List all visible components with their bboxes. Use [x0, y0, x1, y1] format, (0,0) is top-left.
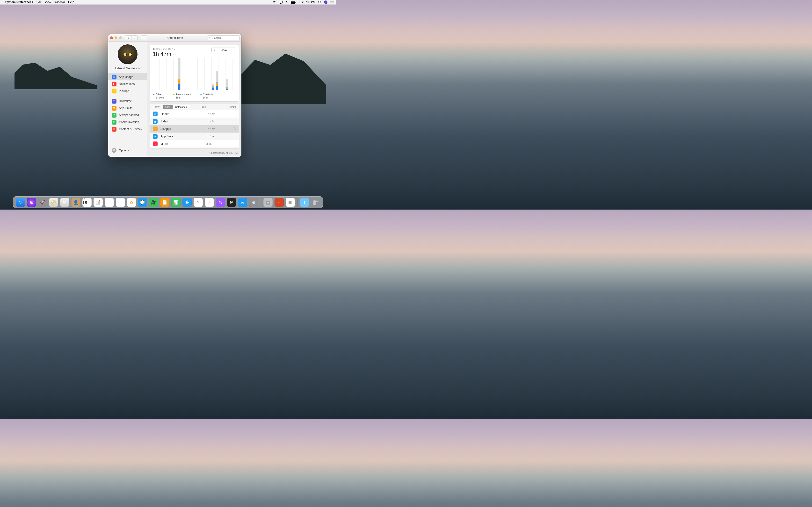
app-name-label: Finder: [160, 112, 203, 116]
content-area: Today, June 18 ⌃⌄ 1h 47m ◦ – ‹ Today ›: [147, 42, 242, 157]
dock-facetime[interactable]: 🎥: [149, 198, 158, 207]
total-usage-time: 1h 47m: [153, 51, 171, 57]
nav-forward-button[interactable]: ›: [131, 36, 138, 40]
sidebar-item-notifications[interactable]: ◧ Notifications: [108, 80, 147, 88]
dock-downloads[interactable]: ⬇: [300, 198, 309, 207]
dock-podcasts[interactable]: ◎: [216, 198, 225, 207]
user-avatar[interactable]: [118, 44, 138, 64]
legend-entertainment: Entertainment 59m: [173, 93, 191, 99]
dock-trash[interactable]: 🗑: [311, 198, 320, 207]
airplay-icon[interactable]: [279, 1, 283, 4]
sidebar-item-label: Pickups: [119, 89, 129, 93]
control-center-icon[interactable]: [331, 1, 334, 3]
col-header-limits: Limits: [224, 106, 236, 108]
date-picker[interactable]: Today, June 18: [153, 48, 170, 50]
show-all-prefs-button[interactable]: [141, 36, 147, 40]
sidebar-divider: [112, 96, 144, 96]
dock-calendar[interactable]: JUN18: [83, 198, 92, 207]
app-name-label: Music: [160, 142, 203, 146]
dock-keynote[interactable]: 📽: [183, 198, 192, 207]
app-row-finder[interactable]: ☺ Finder 1h 47m: [150, 110, 239, 118]
app-row-safari[interactable]: ◉ Safari 1h 47m: [150, 118, 239, 125]
dock-separator: [261, 198, 261, 207]
sidebar-item-options[interactable]: ⚙ Options: [108, 147, 147, 154]
chevron-updown-icon: ⌃⌄: [171, 48, 175, 50]
sidebar-item-app-usage[interactable]: ▤ App Usage: [108, 73, 147, 80]
menubar: System Preferences Edit View Window Help…: [0, 0, 336, 5]
search-input[interactable]: [212, 37, 238, 39]
dock-launchpad[interactable]: 🚀: [38, 198, 47, 207]
spotlight-icon[interactable]: [318, 1, 321, 4]
dock-reminders[interactable]: ☑: [105, 198, 114, 207]
eject-icon[interactable]: [286, 1, 288, 3]
sidebar-icon: ✆: [112, 120, 116, 125]
app-icon: ◉: [153, 119, 158, 124]
dock-automator[interactable]: 🤖: [263, 198, 272, 207]
dock: ☺◉🚀🧭✉👤JUN18📝☑🗺✿💬🎥📄📊📽N♪◎tvA⚙🤖P▥⬇🗑: [13, 196, 323, 208]
svg-line-6: [320, 3, 321, 3]
nav-back-button[interactable]: ‹: [125, 36, 131, 40]
dock-siri[interactable]: ◉: [27, 198, 36, 207]
dock-numbers[interactable]: 📊: [171, 198, 181, 207]
search-field[interactable]: [208, 36, 240, 40]
table-header-row: Show: Apps Categories Time Limits: [150, 104, 239, 110]
menu-view[interactable]: View: [45, 0, 51, 4]
menu-edit[interactable]: Edit: [37, 0, 42, 4]
legend-other: Other 1h 10m: [153, 93, 164, 99]
legend-creativity: Creativity 14m: [200, 93, 213, 99]
dock-mail[interactable]: ✉: [60, 198, 69, 207]
show-segmented-control: Apps Categories: [163, 105, 189, 109]
zoom-button[interactable]: [119, 37, 121, 39]
menu-window[interactable]: Window: [54, 0, 65, 4]
menubar-clock[interactable]: Tue 9:09 PM: [299, 0, 315, 4]
sidebar-item-communication[interactable]: ✆ Communication: [108, 119, 147, 125]
seg-apps[interactable]: Apps: [163, 105, 173, 109]
dock-safari[interactable]: 🧭: [49, 198, 58, 207]
sidebar-icon: ✓: [112, 113, 116, 118]
app-icon: A: [153, 134, 158, 139]
sidebar-item-pickups[interactable]: ✦ Pickups: [108, 88, 147, 95]
dock-tv[interactable]: tv: [227, 198, 236, 207]
dock-photos[interactable]: ✿: [127, 198, 136, 207]
sidebar-item-app-limits[interactable]: ⧗ App Limits: [108, 105, 147, 112]
sidebar-item-always-allowed[interactable]: ✓ Always Allowed: [108, 112, 147, 119]
today-button[interactable]: Today: [217, 48, 230, 52]
dock-music[interactable]: ♪: [205, 198, 214, 207]
close-button[interactable]: [110, 37, 113, 39]
prev-day-button[interactable]: ‹: [211, 48, 217, 52]
battery-icon[interactable]: [291, 1, 296, 4]
app-row-all-apps[interactable]: ≣ All Apps 1h 47m ⓘ: [150, 125, 239, 133]
app-name-label: All Apps: [160, 127, 203, 131]
svg-rect-3: [291, 1, 295, 3]
sidebar-item-downtime[interactable]: ◷ Downtime: [108, 98, 147, 105]
dock-sysprefs[interactable]: ⚙: [249, 198, 258, 207]
dock-powerpoint[interactable]: P: [274, 198, 284, 207]
sidebar-item-label: Options: [119, 149, 129, 152]
dock-maps[interactable]: 🗺: [116, 198, 125, 207]
dock-parallels[interactable]: ▥: [286, 198, 295, 207]
sidebar-item-content-privacy[interactable]: ⊘ Content & Privacy: [108, 125, 147, 132]
menubar-app-name[interactable]: System Preferences: [5, 0, 33, 4]
menu-help[interactable]: Help: [68, 0, 74, 4]
titlebar: ‹ › Screen Time: [108, 34, 242, 42]
dock-pages[interactable]: 📄: [160, 198, 169, 207]
dock-messages[interactable]: 💬: [138, 198, 147, 207]
app-icon: ☺: [153, 112, 158, 116]
dock-appstore[interactable]: A: [238, 198, 247, 207]
wifi-icon[interactable]: [272, 1, 276, 4]
app-row-app-store[interactable]: A App Store 1h 1m: [150, 133, 239, 140]
dock-separator: [297, 198, 298, 207]
siri-icon[interactable]: [324, 0, 327, 4]
screen-time-window: ‹ › Screen Time Edward Mendelson ▤ App U…: [108, 34, 242, 157]
app-icon: ≣: [153, 126, 158, 131]
dock-finder[interactable]: ☺: [16, 198, 25, 207]
app-row-music[interactable]: ♪ Music 32m: [150, 140, 239, 148]
minimize-button[interactable]: [114, 37, 117, 39]
info-icon[interactable]: ⓘ: [231, 127, 236, 131]
dock-news[interactable]: N: [194, 198, 203, 207]
next-day-button[interactable]: ›: [230, 48, 236, 52]
dock-notes[interactable]: 📝: [94, 198, 103, 207]
seg-categories[interactable]: Categories: [173, 105, 189, 109]
app-time-label: 1h 1m: [206, 135, 228, 138]
dock-contacts[interactable]: 👤: [71, 198, 81, 207]
